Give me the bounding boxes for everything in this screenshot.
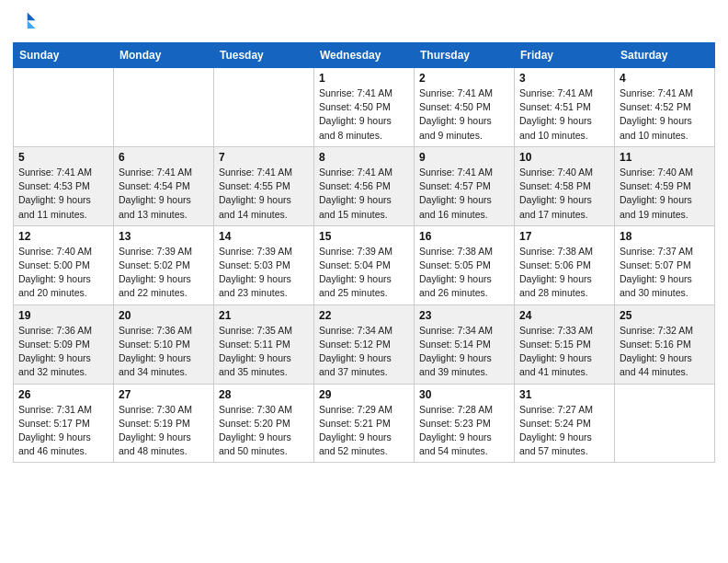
day-cell: 21Sunrise: 7:35 AM Sunset: 5:11 PM Dayli…: [214, 304, 314, 384]
weekday-monday: Monday: [114, 43, 214, 68]
day-info: Sunrise: 7:41 AM Sunset: 4:57 PM Dayligh…: [419, 166, 509, 222]
week-row-3: 12Sunrise: 7:40 AM Sunset: 5:00 PM Dayli…: [14, 225, 715, 304]
calendar-table: SundayMondayTuesdayWednesdayThursdayFrid…: [13, 42, 715, 463]
day-number: 21: [219, 309, 309, 322]
week-row-2: 5Sunrise: 7:41 AM Sunset: 4:53 PM Daylig…: [14, 146, 715, 225]
day-number: 25: [620, 309, 710, 322]
day-info: Sunrise: 7:41 AM Sunset: 4:54 PM Dayligh…: [119, 166, 209, 222]
day-cell: [114, 68, 214, 147]
day-number: 31: [519, 388, 609, 401]
day-number: 19: [18, 309, 108, 322]
day-number: 22: [319, 309, 409, 322]
day-cell: 20Sunrise: 7:36 AM Sunset: 5:10 PM Dayli…: [114, 304, 214, 384]
day-info: Sunrise: 7:41 AM Sunset: 4:50 PM Dayligh…: [419, 86, 509, 143]
day-info: Sunrise: 7:36 AM Sunset: 5:09 PM Dayligh…: [18, 324, 108, 380]
day-info: Sunrise: 7:31 AM Sunset: 5:17 PM Dayligh…: [18, 403, 108, 459]
day-number: 26: [18, 388, 108, 401]
day-info: Sunrise: 7:38 AM Sunset: 5:06 PM Dayligh…: [519, 245, 609, 301]
day-info: Sunrise: 7:30 AM Sunset: 5:19 PM Dayligh…: [119, 403, 209, 459]
day-number: 18: [620, 230, 710, 243]
day-number: 28: [219, 388, 309, 401]
day-number: 9: [419, 151, 509, 164]
day-cell: 12Sunrise: 7:40 AM Sunset: 5:00 PM Dayli…: [14, 225, 114, 304]
weekday-header-row: SundayMondayTuesdayWednesdayThursdayFrid…: [14, 43, 715, 68]
day-cell: 18Sunrise: 7:37 AM Sunset: 5:07 PM Dayli…: [615, 225, 715, 304]
day-info: Sunrise: 7:39 AM Sunset: 5:04 PM Dayligh…: [319, 245, 409, 301]
day-number: 8: [319, 151, 409, 164]
week-row-4: 19Sunrise: 7:36 AM Sunset: 5:09 PM Dayli…: [14, 304, 715, 384]
day-number: 4: [620, 72, 710, 85]
day-cell: 24Sunrise: 7:33 AM Sunset: 5:15 PM Dayli…: [515, 304, 615, 384]
day-info: Sunrise: 7:32 AM Sunset: 5:16 PM Dayligh…: [620, 324, 710, 380]
day-number: 15: [319, 230, 409, 243]
day-cell: 23Sunrise: 7:34 AM Sunset: 5:14 PM Dayli…: [415, 304, 515, 384]
weekday-saturday: Saturday: [615, 43, 715, 68]
header: [13, 9, 715, 35]
day-number: 14: [219, 230, 309, 243]
day-info: Sunrise: 7:41 AM Sunset: 4:56 PM Dayligh…: [319, 166, 409, 222]
day-number: 13: [119, 230, 209, 243]
day-cell: 16Sunrise: 7:38 AM Sunset: 5:05 PM Dayli…: [415, 225, 515, 304]
day-info: Sunrise: 7:34 AM Sunset: 5:14 PM Dayligh…: [419, 324, 509, 380]
weekday-sunday: Sunday: [14, 43, 114, 68]
day-number: 27: [119, 388, 209, 401]
day-number: 1: [319, 72, 409, 85]
day-cell: 11Sunrise: 7:40 AM Sunset: 4:59 PM Dayli…: [615, 146, 715, 225]
logo: [13, 9, 42, 35]
day-number: 10: [519, 151, 609, 164]
day-info: Sunrise: 7:39 AM Sunset: 5:03 PM Dayligh…: [219, 245, 309, 301]
day-info: Sunrise: 7:41 AM Sunset: 4:53 PM Dayligh…: [18, 166, 108, 222]
day-cell: 25Sunrise: 7:32 AM Sunset: 5:16 PM Dayli…: [615, 304, 715, 384]
day-number: 6: [119, 151, 209, 164]
day-number: 5: [18, 151, 108, 164]
day-cell: 30Sunrise: 7:28 AM Sunset: 5:23 PM Dayli…: [415, 384, 515, 463]
day-number: 7: [219, 151, 309, 164]
day-number: 16: [419, 230, 509, 243]
day-cell: 28Sunrise: 7:30 AM Sunset: 5:20 PM Dayli…: [214, 384, 314, 463]
day-cell: 22Sunrise: 7:34 AM Sunset: 5:12 PM Dayli…: [314, 304, 415, 384]
day-cell: 26Sunrise: 7:31 AM Sunset: 5:17 PM Dayli…: [14, 384, 114, 463]
day-cell: 7Sunrise: 7:41 AM Sunset: 4:55 PM Daylig…: [214, 146, 314, 225]
day-info: Sunrise: 7:41 AM Sunset: 4:55 PM Dayligh…: [219, 166, 309, 222]
day-number: 24: [519, 309, 609, 322]
day-cell: 15Sunrise: 7:39 AM Sunset: 5:04 PM Dayli…: [314, 225, 415, 304]
day-cell: 2Sunrise: 7:41 AM Sunset: 4:50 PM Daylig…: [415, 68, 515, 147]
week-row-1: 1Sunrise: 7:41 AM Sunset: 4:50 PM Daylig…: [14, 68, 715, 147]
day-info: Sunrise: 7:29 AM Sunset: 5:21 PM Dayligh…: [319, 403, 409, 459]
day-info: Sunrise: 7:40 AM Sunset: 5:00 PM Dayligh…: [18, 245, 108, 301]
day-info: Sunrise: 7:41 AM Sunset: 4:52 PM Dayligh…: [620, 86, 710, 143]
day-cell: 8Sunrise: 7:41 AM Sunset: 4:56 PM Daylig…: [314, 146, 415, 225]
day-info: Sunrise: 7:38 AM Sunset: 5:05 PM Dayligh…: [419, 245, 509, 301]
day-info: Sunrise: 7:30 AM Sunset: 5:20 PM Dayligh…: [219, 403, 309, 459]
day-cell: 9Sunrise: 7:41 AM Sunset: 4:57 PM Daylig…: [415, 146, 515, 225]
day-info: Sunrise: 7:37 AM Sunset: 5:07 PM Dayligh…: [620, 245, 710, 301]
day-info: Sunrise: 7:41 AM Sunset: 4:51 PM Dayligh…: [519, 86, 609, 143]
day-cell: 6Sunrise: 7:41 AM Sunset: 4:54 PM Daylig…: [114, 146, 214, 225]
day-number: 2: [419, 72, 509, 85]
week-row-5: 26Sunrise: 7:31 AM Sunset: 5:17 PM Dayli…: [14, 384, 715, 463]
logo-icon: [13, 9, 39, 35]
day-number: 20: [119, 309, 209, 322]
weekday-thursday: Thursday: [415, 43, 515, 68]
day-cell: [214, 68, 314, 147]
day-info: Sunrise: 7:33 AM Sunset: 5:15 PM Dayligh…: [519, 324, 609, 380]
day-cell: 10Sunrise: 7:40 AM Sunset: 4:58 PM Dayli…: [515, 146, 615, 225]
day-number: 11: [620, 151, 710, 164]
day-cell: 5Sunrise: 7:41 AM Sunset: 4:53 PM Daylig…: [14, 146, 114, 225]
day-cell: 3Sunrise: 7:41 AM Sunset: 4:51 PM Daylig…: [515, 68, 615, 147]
day-number: 30: [419, 388, 509, 401]
day-cell: [615, 384, 715, 463]
day-cell: 29Sunrise: 7:29 AM Sunset: 5:21 PM Dayli…: [314, 384, 415, 463]
day-cell: 27Sunrise: 7:30 AM Sunset: 5:19 PM Dayli…: [114, 384, 214, 463]
day-cell: 17Sunrise: 7:38 AM Sunset: 5:06 PM Dayli…: [515, 225, 615, 304]
day-info: Sunrise: 7:40 AM Sunset: 4:58 PM Dayligh…: [519, 166, 609, 222]
day-number: 29: [319, 388, 409, 401]
day-cell: 31Sunrise: 7:27 AM Sunset: 5:24 PM Dayli…: [515, 384, 615, 463]
day-info: Sunrise: 7:40 AM Sunset: 4:59 PM Dayligh…: [620, 166, 710, 222]
day-number: 17: [519, 230, 609, 243]
day-number: 23: [419, 309, 509, 322]
day-cell: 19Sunrise: 7:36 AM Sunset: 5:09 PM Dayli…: [14, 304, 114, 384]
day-number: 12: [18, 230, 108, 243]
svg-rect-0: [13, 9, 39, 35]
day-cell: 14Sunrise: 7:39 AM Sunset: 5:03 PM Dayli…: [214, 225, 314, 304]
